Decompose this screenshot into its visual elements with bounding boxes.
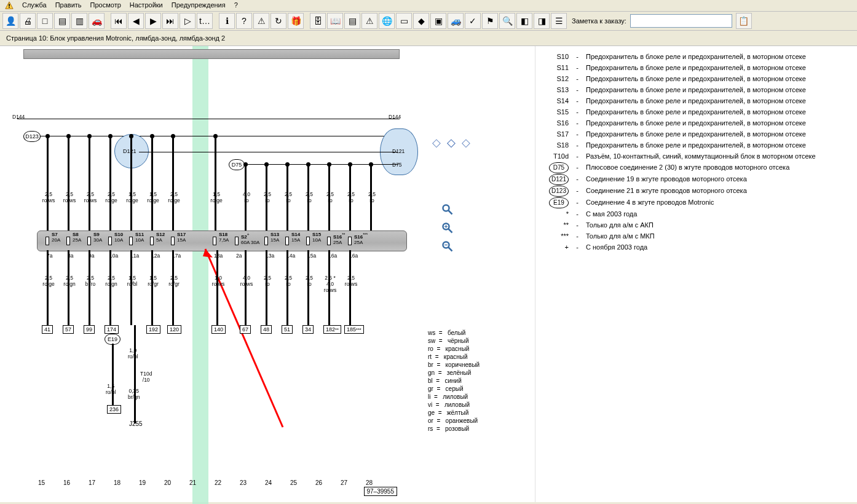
wiring-diagram[interactable]: D144 D144 D123 D123 D121 D121 D75 D75 ◇ …	[0, 46, 535, 502]
play-icon[interactable]: ▷	[180, 13, 195, 29]
note-edit-icon[interactable]: 📋	[736, 13, 752, 29]
book-icon[interactable]: 📖	[327, 13, 343, 29]
wire	[307, 250, 309, 325]
track-number: 16	[63, 479, 70, 486]
module-icon[interactable]: ▭	[396, 13, 412, 29]
car-icon[interactable]: 🚗	[89, 13, 105, 29]
hazard-icon[interactable]: ⚠	[361, 13, 377, 29]
r1-icon[interactable]: ◧	[516, 13, 532, 29]
menu-item[interactable]: ?	[234, 1, 238, 10]
bus-label: D144	[389, 114, 401, 120]
nav-first-icon[interactable]: ⏮	[111, 13, 127, 29]
nav-right-icon[interactable]: ◇	[460, 136, 472, 149]
fuse-S17: S1715A	[175, 232, 198, 249]
wire-gauge: 0,35br/gn	[128, 388, 140, 400]
nav-down-icon[interactable]: ◇	[445, 136, 457, 149]
track-ref: 67	[240, 325, 251, 334]
car2-icon[interactable]: 🚙	[448, 13, 464, 29]
open-doc-icon[interactable]: ▤	[54, 13, 70, 29]
ecu-icon[interactable]: ▣	[430, 13, 446, 29]
nav-left-icon[interactable]: ◇	[430, 136, 443, 149]
color-row: rs = розовый	[428, 425, 480, 433]
content: D144 D144 D123 D123 D121 D121 D75 D75 ◇ …	[0, 46, 857, 502]
track-number: 20	[164, 479, 171, 486]
legend-row: * - С мая 2003 года	[540, 208, 852, 219]
menu-item[interactable]: Просмотр	[90, 1, 121, 10]
wire-gauge: 1,5ro/gr	[144, 275, 162, 287]
menu-item[interactable]: Предупреждения	[172, 1, 226, 10]
wire	[151, 250, 153, 325]
db-icon[interactable]: 🗄	[310, 13, 326, 29]
bus-label: D144	[12, 114, 25, 120]
nav-last-icon[interactable]: ⏭	[162, 13, 178, 29]
new-doc-icon[interactable]: □	[37, 13, 53, 29]
diag-icon[interactable]: ◆	[413, 13, 429, 29]
track-ref: 182**	[323, 325, 341, 334]
page-icon[interactable]: ▥	[71, 13, 87, 29]
wire	[47, 136, 49, 230]
stripes-icon[interactable]: ☰	[551, 13, 567, 29]
color-row: or = оранжевый	[428, 417, 480, 425]
color-row: br = коричневый	[428, 361, 480, 369]
legend-text: С ноября 2003 года	[586, 242, 852, 253]
gift-icon[interactable]: 🎁	[288, 13, 304, 29]
wire-gauge: 2,5ro	[322, 191, 338, 203]
list-icon[interactable]: ▤	[344, 13, 360, 29]
check-icon[interactable]: ✓	[465, 13, 481, 29]
menu-item[interactable]: Настройки	[130, 1, 163, 10]
r2-icon[interactable]: ◨	[534, 13, 550, 29]
wire-node	[45, 134, 50, 138]
track-number: 28	[366, 479, 373, 486]
globe-icon[interactable]: 🌐	[379, 13, 395, 29]
legend-dash: -	[575, 197, 580, 208]
zoom-icon[interactable]	[441, 203, 454, 216]
wire-node	[327, 162, 331, 167]
track-ref: 48	[261, 325, 272, 334]
legend-dash: -	[575, 140, 580, 151]
legend-row: S13 - Предохранитель в блоке реле и пред…	[540, 84, 852, 95]
zoom-out-icon[interactable]	[441, 240, 454, 253]
menu-item[interactable]: Служба	[22, 1, 47, 10]
legend-code: S12	[540, 73, 569, 84]
wire-gauge: 2,5ro	[300, 275, 318, 287]
wire-gauge: 2,5ro	[301, 191, 317, 203]
txt-icon[interactable]: t…	[197, 13, 213, 29]
refresh-icon[interactable]: ↻	[271, 13, 286, 29]
find-icon[interactable]: 🔍	[499, 13, 515, 29]
help-icon[interactable]: ?	[236, 13, 252, 29]
svg-line-10	[448, 247, 452, 251]
nav-next-icon[interactable]: ▶	[145, 13, 161, 29]
info-icon[interactable]: ℹ	[219, 13, 235, 29]
fuse-pin: 18a	[214, 253, 223, 259]
user-warning-icon[interactable]: 👤	[2, 13, 18, 29]
legend-row: ** - Только для а/м с АКП	[540, 219, 852, 230]
legend-code: S16	[540, 117, 569, 128]
legend-row: T10d - Разъём, 10-контактный, синий, ком…	[540, 151, 852, 162]
nav-cluster: ◇ ◇ ◇ ◇	[430, 136, 473, 179]
wire-gauge: 2,5ro	[258, 275, 277, 287]
note-input[interactable]	[630, 14, 732, 28]
flag-icon[interactable]: ⚑	[482, 13, 498, 29]
color-row: gr = серый	[428, 385, 480, 393]
component-label: J255	[129, 421, 143, 427]
legend-dash: -	[575, 73, 580, 84]
legend-dash: -	[575, 117, 580, 128]
print-icon[interactable]: 🖨	[20, 13, 36, 29]
warn-list-icon[interactable]: ⚠	[253, 13, 269, 29]
zoom-in-icon[interactable]	[441, 222, 454, 234]
menu-item[interactable]: Править	[55, 1, 82, 10]
legend-text: Предохранитель в блоке реле и предохрани…	[586, 84, 852, 95]
legend-dash: -	[575, 128, 580, 140]
wire	[216, 250, 218, 325]
legend-row: + - С ноября 2003 года	[540, 242, 852, 253]
color-legend: ws = белыйsw = чёрныйro = красныйrt = кр…	[428, 329, 480, 433]
legend-code: S15	[540, 106, 569, 117]
legend-row: D75 - Плюсовое соединение 2 (30) в жгуте…	[540, 162, 852, 173]
toolbar: 👤🖨□▤▥🚗⏮◀▶⏭▷t…ℹ?⚠↻🎁🗄📖▤⚠🌐▭◆▣🚙✓⚑🔍◧◨☰Заметка…	[0, 12, 857, 31]
wire-gauge: 4,0ro/ws	[237, 275, 256, 287]
legend-dash: -	[575, 151, 580, 162]
color-row: bl = синий	[428, 377, 480, 385]
legend-text: С мая 2003 года	[586, 208, 852, 219]
nav-prev-icon[interactable]: ◀	[128, 13, 144, 29]
track-number: 19	[139, 479, 146, 486]
